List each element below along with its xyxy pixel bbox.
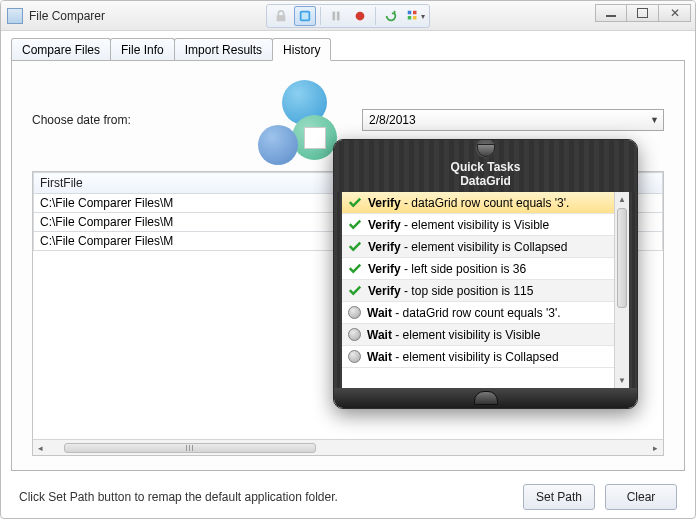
chevron-down-icon: ▼ — [650, 115, 659, 125]
popup-title-1: Quick Tasks — [334, 160, 637, 174]
column-header-firstfile[interactable]: FirstFile — [34, 173, 349, 194]
list-item[interactable]: Wait - element visibility is Visible — [342, 324, 629, 346]
wait-icon — [348, 350, 361, 363]
popup-grip-bottom[interactable] — [474, 391, 498, 405]
tab-compare-files[interactable]: Compare Files — [11, 38, 111, 61]
app-icon — [7, 8, 23, 24]
check-icon — [348, 284, 362, 298]
scroll-right-button[interactable]: ▸ — [648, 441, 663, 455]
wait-icon — [348, 328, 361, 341]
check-icon — [348, 218, 362, 232]
popup-grip-top[interactable] — [477, 144, 495, 157]
toolbar-separator — [320, 7, 321, 25]
list-item[interactable]: Verify - dataGrid row count equals '3'. — [342, 192, 629, 214]
window-title: File Comparer — [29, 9, 105, 23]
svg-rect-1 — [302, 13, 309, 20]
date-value: 2/8/2013 — [369, 113, 416, 127]
footer-message: Click Set Path button to remap the defau… — [19, 490, 338, 504]
set-path-button[interactable]: Set Path — [523, 484, 595, 510]
scroll-thumb[interactable] — [64, 443, 316, 453]
list-item[interactable]: Verify - left side position is 36 — [342, 258, 629, 280]
check-icon — [348, 196, 362, 210]
minimize-button[interactable] — [595, 4, 627, 22]
record-icon[interactable] — [349, 6, 371, 26]
tab-strip: Compare Files File Info Import Results H… — [11, 37, 685, 60]
tab-import-results[interactable]: Import Results — [174, 38, 273, 61]
tab-history[interactable]: History — [272, 38, 331, 61]
popup-rail-right — [629, 192, 637, 388]
pause-icon[interactable] — [325, 6, 347, 26]
refresh-icon[interactable] — [380, 6, 402, 26]
svg-rect-7 — [407, 16, 411, 20]
scroll-up-button[interactable]: ▲ — [615, 192, 629, 207]
popup-vertical-scrollbar[interactable]: ▲ ▼ — [614, 192, 629, 388]
window-buttons: ✕ — [595, 4, 691, 22]
popup-task-list: Verify - dataGrid row count equals '3'. … — [342, 192, 629, 388]
title-bar: File Comparer ▾ ✕ — [1, 1, 695, 31]
toolbar: ▾ — [266, 4, 430, 28]
options-icon[interactable]: ▾ — [404, 6, 426, 26]
choose-date-label: Choose date from: — [32, 113, 252, 127]
popup-title-2: DataGrid — [334, 174, 637, 188]
list-item[interactable]: Verify - element visibility is Visible — [342, 214, 629, 236]
date-combobox[interactable]: 2/8/2013 ▼ — [362, 109, 664, 131]
list-item[interactable]: Verify - top side position is 115 — [342, 280, 629, 302]
close-button[interactable]: ✕ — [659, 4, 691, 22]
scroll-down-button[interactable]: ▼ — [615, 373, 629, 388]
popup-footer — [334, 388, 637, 408]
horizontal-scrollbar[interactable]: ◂ ▸ — [33, 439, 663, 455]
svg-rect-8 — [413, 16, 417, 20]
svg-point-4 — [356, 12, 365, 21]
maximize-button[interactable] — [627, 4, 659, 22]
svg-rect-6 — [413, 11, 417, 15]
lock-icon[interactable] — [270, 6, 292, 26]
svg-rect-2 — [333, 12, 336, 21]
popup-rail-left — [334, 192, 342, 388]
quick-tasks-popup[interactable]: Quick Tasks DataGrid Verify - dataGrid r… — [333, 139, 638, 409]
decorative-bubbles — [252, 80, 342, 160]
svg-rect-3 — [337, 12, 340, 21]
check-icon — [348, 240, 362, 254]
list-item[interactable]: Wait - dataGrid row count equals '3'. — [342, 302, 629, 324]
list-item[interactable]: Wait - element visibility is Collapsed — [342, 346, 629, 368]
toolbar-separator — [375, 7, 376, 25]
scroll-left-button[interactable]: ◂ — [33, 441, 48, 455]
svg-rect-5 — [407, 11, 411, 15]
popup-header: Quick Tasks DataGrid — [334, 140, 637, 192]
check-icon — [348, 262, 362, 276]
wait-icon — [348, 306, 361, 319]
footer: Click Set Path button to remap the defau… — [1, 476, 695, 518]
list-item[interactable]: Verify - element visibility is Collapsed — [342, 236, 629, 258]
clear-button[interactable]: Clear — [605, 484, 677, 510]
scroll-thumb[interactable] — [617, 208, 627, 308]
tab-file-info[interactable]: File Info — [110, 38, 175, 61]
highlight-icon[interactable] — [294, 6, 316, 26]
